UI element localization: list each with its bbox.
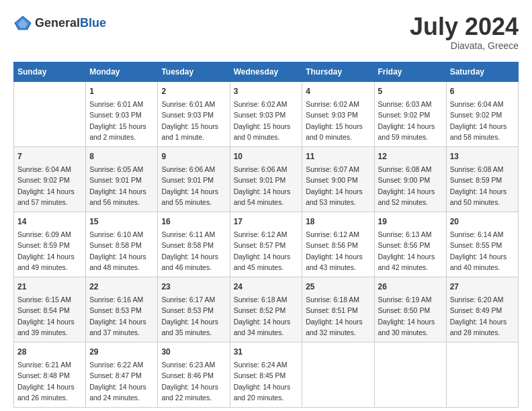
- calendar-cell: 16Sunrise: 6:11 AMSunset: 8:58 PMDayligh…: [158, 212, 230, 277]
- calendar-week-1: 1Sunrise: 6:01 AMSunset: 9:03 PMDaylight…: [14, 81, 519, 146]
- logo-text: GeneralBlue: [35, 16, 106, 30]
- day-number: 16: [161, 216, 226, 228]
- calendar-cell: 18Sunrise: 6:12 AMSunset: 8:56 PMDayligh…: [302, 212, 374, 277]
- cell-content: Sunrise: 6:05 AMSunset: 9:01 PMDaylight:…: [89, 165, 146, 207]
- calendar-cell: 7Sunrise: 6:04 AMSunset: 9:02 PMDaylight…: [14, 146, 86, 212]
- calendar-cell: 23Sunrise: 6:17 AMSunset: 8:53 PMDayligh…: [158, 277, 230, 342]
- day-number: 25: [306, 281, 370, 293]
- logo: GeneralBlue: [13, 13, 106, 32]
- day-number: 26: [378, 281, 443, 293]
- day-number: 1: [89, 85, 154, 97]
- calendar-cell: 14Sunrise: 6:09 AMSunset: 8:59 PMDayligh…: [14, 212, 86, 277]
- calendar-cell: [302, 342, 374, 407]
- header-row: Sunday Monday Tuesday Wednesday Thursday…: [14, 62, 519, 81]
- col-monday: Monday: [86, 62, 158, 81]
- cell-content: Sunrise: 6:21 AMSunset: 8:48 PMDaylight:…: [17, 361, 75, 402]
- day-number: 2: [161, 85, 226, 97]
- col-tuesday: Tuesday: [158, 62, 230, 81]
- calendar-cell: 17Sunrise: 6:12 AMSunset: 8:57 PMDayligh…: [230, 212, 302, 277]
- calendar-cell: 8Sunrise: 6:05 AMSunset: 9:01 PMDaylight…: [86, 146, 158, 212]
- month-year: July 2024: [410, 13, 519, 40]
- cell-content: Sunrise: 6:18 AMSunset: 8:51 PMDaylight:…: [306, 295, 363, 337]
- calendar-cell: 15Sunrise: 6:10 AMSunset: 8:58 PMDayligh…: [86, 212, 158, 277]
- cell-content: Sunrise: 6:04 AMSunset: 9:02 PMDaylight:…: [450, 100, 507, 142]
- calendar-cell: [374, 342, 446, 407]
- calendar-cell: 19Sunrise: 6:13 AMSunset: 8:56 PMDayligh…: [374, 212, 446, 277]
- day-number: 6: [450, 85, 515, 97]
- calendar-cell: 29Sunrise: 6:22 AMSunset: 8:47 PMDayligh…: [86, 342, 158, 407]
- calendar-cell: 12Sunrise: 6:08 AMSunset: 9:00 PMDayligh…: [374, 146, 446, 212]
- day-number: 9: [161, 150, 226, 163]
- cell-content: Sunrise: 6:17 AMSunset: 8:53 PMDaylight:…: [161, 295, 218, 337]
- day-number: 27: [450, 281, 515, 293]
- day-number: 12: [378, 150, 443, 163]
- cell-content: Sunrise: 6:13 AMSunset: 8:56 PMDaylight:…: [378, 230, 435, 272]
- day-number: 4: [306, 85, 370, 97]
- title-block: July 2024 Diavata, Greece: [410, 13, 519, 51]
- calendar-cell: 26Sunrise: 6:19 AMSunset: 8:50 PMDayligh…: [374, 277, 446, 342]
- logo-blue: Blue: [80, 16, 106, 30]
- cell-content: Sunrise: 6:23 AMSunset: 8:46 PMDaylight:…: [161, 361, 218, 402]
- logo-icon: [13, 13, 32, 32]
- calendar-cell: 2Sunrise: 6:01 AMSunset: 9:03 PMDaylight…: [158, 81, 230, 146]
- calendar-cell: 6Sunrise: 6:04 AMSunset: 9:02 PMDaylight…: [446, 81, 518, 146]
- day-number: 31: [234, 346, 299, 358]
- cell-content: Sunrise: 6:09 AMSunset: 8:59 PMDaylight:…: [17, 230, 75, 272]
- day-number: 22: [89, 281, 154, 293]
- cell-content: Sunrise: 6:01 AMSunset: 9:03 PMDaylight:…: [89, 100, 146, 142]
- calendar-table: Sunday Monday Tuesday Wednesday Thursday…: [13, 62, 519, 408]
- calendar-cell: 11Sunrise: 6:07 AMSunset: 9:00 PMDayligh…: [302, 146, 374, 212]
- cell-content: Sunrise: 6:11 AMSunset: 8:58 PMDaylight:…: [161, 230, 218, 272]
- day-number: 28: [17, 346, 82, 358]
- cell-content: Sunrise: 6:04 AMSunset: 9:02 PMDaylight:…: [17, 165, 75, 207]
- cell-content: Sunrise: 6:07 AMSunset: 9:00 PMDaylight:…: [306, 165, 363, 207]
- cell-content: Sunrise: 6:19 AMSunset: 8:50 PMDaylight:…: [378, 295, 435, 337]
- cell-content: Sunrise: 6:12 AMSunset: 8:57 PMDaylight:…: [234, 230, 291, 272]
- cell-content: Sunrise: 6:02 AMSunset: 9:03 PMDaylight:…: [306, 100, 363, 142]
- cell-content: Sunrise: 6:02 AMSunset: 9:03 PMDaylight:…: [234, 100, 291, 142]
- cell-content: Sunrise: 6:22 AMSunset: 8:47 PMDaylight:…: [89, 361, 146, 402]
- calendar-cell: 25Sunrise: 6:18 AMSunset: 8:51 PMDayligh…: [302, 277, 374, 342]
- day-number: 8: [89, 150, 154, 163]
- col-wednesday: Wednesday: [230, 62, 302, 81]
- day-number: 20: [450, 216, 515, 228]
- day-number: 5: [378, 85, 443, 97]
- col-saturday: Saturday: [446, 62, 518, 81]
- day-number: 13: [450, 150, 515, 163]
- day-number: 23: [161, 281, 226, 293]
- day-number: 18: [306, 216, 370, 228]
- calendar-cell: 10Sunrise: 6:06 AMSunset: 9:01 PMDayligh…: [230, 146, 302, 212]
- day-number: 7: [17, 150, 82, 163]
- day-number: 19: [378, 216, 443, 228]
- day-number: 17: [234, 216, 299, 228]
- cell-content: Sunrise: 6:14 AMSunset: 8:55 PMDaylight:…: [450, 230, 507, 272]
- calendar-header: Sunday Monday Tuesday Wednesday Thursday…: [14, 62, 519, 81]
- page-header: GeneralBlue July 2024 Diavata, Greece: [13, 13, 519, 51]
- calendar-body: 1Sunrise: 6:01 AMSunset: 9:03 PMDaylight…: [14, 81, 519, 407]
- cell-content: Sunrise: 6:08 AMSunset: 8:59 PMDaylight:…: [450, 165, 507, 207]
- day-number: 3: [234, 85, 299, 97]
- calendar-cell: 21Sunrise: 6:15 AMSunset: 8:54 PMDayligh…: [14, 277, 86, 342]
- calendar-cell: 22Sunrise: 6:16 AMSunset: 8:53 PMDayligh…: [86, 277, 158, 342]
- cell-content: Sunrise: 6:06 AMSunset: 9:01 PMDaylight:…: [161, 165, 218, 207]
- day-number: 29: [89, 346, 154, 358]
- calendar-cell: 3Sunrise: 6:02 AMSunset: 9:03 PMDaylight…: [230, 81, 302, 146]
- calendar-cell: 28Sunrise: 6:21 AMSunset: 8:48 PMDayligh…: [14, 342, 86, 407]
- cell-content: Sunrise: 6:12 AMSunset: 8:56 PMDaylight:…: [306, 230, 363, 272]
- day-number: 21: [17, 281, 82, 293]
- col-friday: Friday: [374, 62, 446, 81]
- cell-content: Sunrise: 6:06 AMSunset: 9:01 PMDaylight:…: [234, 165, 291, 207]
- day-number: 11: [306, 150, 370, 163]
- calendar-week-2: 7Sunrise: 6:04 AMSunset: 9:02 PMDaylight…: [14, 146, 519, 212]
- cell-content: Sunrise: 6:15 AMSunset: 8:54 PMDaylight:…: [17, 295, 75, 337]
- cell-content: Sunrise: 6:01 AMSunset: 9:03 PMDaylight:…: [161, 100, 218, 142]
- location: Diavata, Greece: [410, 40, 519, 51]
- cell-content: Sunrise: 6:18 AMSunset: 8:52 PMDaylight:…: [234, 295, 291, 337]
- calendar-cell: 13Sunrise: 6:08 AMSunset: 8:59 PMDayligh…: [446, 146, 518, 212]
- calendar-cell: 4Sunrise: 6:02 AMSunset: 9:03 PMDaylight…: [302, 81, 374, 146]
- cell-content: Sunrise: 6:08 AMSunset: 9:00 PMDaylight:…: [378, 165, 435, 207]
- calendar-week-3: 14Sunrise: 6:09 AMSunset: 8:59 PMDayligh…: [14, 212, 519, 277]
- calendar-cell: [446, 342, 518, 407]
- cell-content: Sunrise: 6:20 AMSunset: 8:49 PMDaylight:…: [450, 295, 507, 337]
- day-number: 30: [161, 346, 226, 358]
